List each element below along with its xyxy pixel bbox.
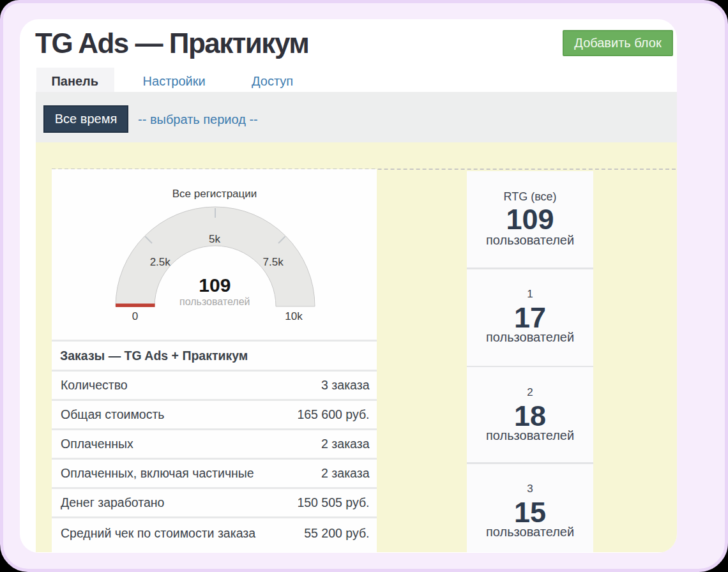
svg-text:2.5k: 2.5k (150, 256, 171, 268)
svg-text:5k: 5k (209, 233, 220, 245)
svg-text:пользователей: пользователей (179, 296, 250, 307)
svg-text:7.5k: 7.5k (263, 256, 284, 268)
svg-text:Все регистрации: Все регистрации (172, 188, 257, 200)
svg-text:109: 109 (199, 275, 231, 296)
svg-text:0: 0 (132, 310, 138, 322)
svg-text:10k: 10k (285, 310, 303, 322)
